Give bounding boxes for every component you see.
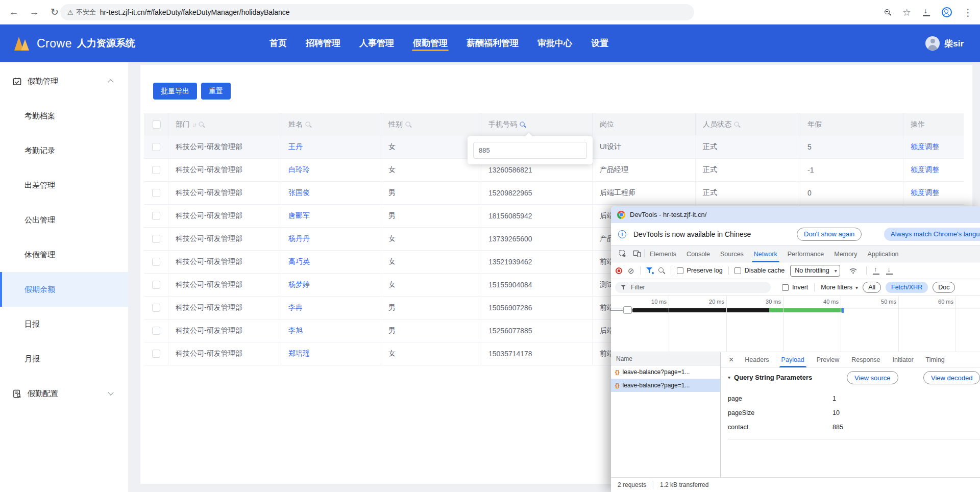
row-checkbox[interactable] xyxy=(152,212,160,220)
name-link[interactable]: 杨梦婷 xyxy=(288,280,310,289)
view-source-button[interactable]: View source xyxy=(847,371,898,384)
row-checkbox[interactable] xyxy=(152,143,160,151)
row-checkbox[interactable] xyxy=(152,189,160,197)
row-checkbox[interactable] xyxy=(152,350,160,358)
name-link[interactable]: 王丹 xyxy=(288,142,303,152)
nav-item-6[interactable]: 设置 xyxy=(591,24,608,62)
nav-item-5[interactable]: 审批中心 xyxy=(537,24,572,62)
devtools-tab-network[interactable]: Network xyxy=(749,245,782,262)
network-conditions-icon[interactable] xyxy=(849,267,857,274)
quota-adjust-link[interactable]: 额度调整 xyxy=(911,188,939,198)
disable-cache-checkbox[interactable]: Disable cache xyxy=(734,267,785,274)
sidebar-item-5[interactable]: 假期余额 xyxy=(0,272,128,307)
dont-show-again-button[interactable]: Don't show again xyxy=(797,228,862,241)
detail-tab-payload[interactable]: Payload xyxy=(775,352,811,367)
column-header-4[interactable]: 手机号码 xyxy=(481,113,593,136)
column-search-icon[interactable] xyxy=(520,121,526,128)
column-header-1[interactable]: 部门↓↑ xyxy=(168,113,281,136)
header-checkbox[interactable] xyxy=(153,120,161,129)
name-link[interactable]: 张国俊 xyxy=(288,188,310,198)
always-match-language-button[interactable]: Always match Chrome's language xyxy=(884,228,980,241)
sidebar-item-2[interactable]: 出差管理 xyxy=(0,168,128,203)
overview-drag-handle[interactable] xyxy=(623,306,632,314)
sidebar-item-0[interactable]: 考勤档案 xyxy=(0,99,128,133)
devtools-tab-sources[interactable]: Sources xyxy=(715,245,749,262)
devtools-tab-memory[interactable]: Memory xyxy=(829,245,862,262)
zoom-out-icon[interactable] xyxy=(885,9,891,16)
invert-checkbox[interactable]: Invert xyxy=(782,284,808,291)
row-checkbox[interactable] xyxy=(152,235,160,243)
nav-item-4[interactable]: 薪酬福利管理 xyxy=(467,24,519,62)
detail-tab-initiator[interactable]: Initiator xyxy=(887,352,920,367)
reset-button[interactable]: 重置 xyxy=(201,83,231,100)
sidebar-item-6[interactable]: 日报 xyxy=(0,307,128,341)
detail-tab-headers[interactable]: Headers xyxy=(739,352,775,367)
request-row-0[interactable]: {}leave-balance?page=1... xyxy=(611,365,720,379)
name-link[interactable]: 唐郦军 xyxy=(288,211,310,220)
column-header-3[interactable]: 性别 xyxy=(381,113,481,136)
user-menu[interactable]: 柴sir xyxy=(925,24,964,62)
devtools-tab-application[interactable]: Application xyxy=(862,245,903,262)
detail-tab-timing[interactable]: Timing xyxy=(920,352,951,367)
name-link[interactable]: 李冉 xyxy=(288,303,303,312)
clear-network-icon[interactable]: ⊘ xyxy=(628,267,634,275)
name-link[interactable]: 杨丹丹 xyxy=(288,234,310,243)
download-icon[interactable]: ↓ xyxy=(922,8,930,16)
sidebar-item-4[interactable]: 休假管理 xyxy=(0,237,128,272)
devtools-tab-console[interactable]: Console xyxy=(681,245,715,262)
request-list-header[interactable]: Name xyxy=(611,352,720,365)
filter-toggle-icon[interactable] xyxy=(646,267,653,274)
devtools-tab-elements[interactable]: Elements xyxy=(645,245,681,262)
quota-adjust-link[interactable]: 额度调整 xyxy=(911,142,939,152)
sidebar-item-1[interactable]: 考勤记录 xyxy=(0,133,128,168)
security-badge[interactable]: ⚠ 不安全 xyxy=(67,8,96,17)
browser-menu-icon[interactable]: ⋮ xyxy=(963,7,973,18)
nav-item-1[interactable]: 招聘管理 xyxy=(306,24,340,62)
column-search-icon[interactable] xyxy=(406,121,412,128)
row-checkbox[interactable] xyxy=(152,304,160,312)
browser-back-icon[interactable]: ← xyxy=(5,7,22,18)
request-row-1[interactable]: {}leave-balance?page=1... xyxy=(611,379,720,392)
preserve-log-checkbox[interactable]: Preserve log xyxy=(677,267,723,274)
detail-tab-preview[interactable]: Preview xyxy=(811,352,845,367)
export-har-icon[interactable]: ↓ xyxy=(886,267,893,275)
column-search-icon[interactable] xyxy=(306,121,312,128)
inspect-element-icon[interactable] xyxy=(619,250,627,258)
detail-tab-response[interactable]: Response xyxy=(845,352,886,367)
close-detail-icon[interactable]: × xyxy=(729,355,733,364)
name-link[interactable]: 郑培瑶 xyxy=(288,349,310,358)
network-filter-input[interactable]: Filter xyxy=(615,282,771,293)
row-checkbox[interactable] xyxy=(152,166,160,174)
throttling-select[interactable]: No throttling xyxy=(790,265,840,277)
filter-pill-fetchxhr[interactable]: Fetch/XHR xyxy=(886,282,928,293)
column-search-icon[interactable] xyxy=(199,121,205,128)
column-search-icon[interactable] xyxy=(734,121,741,128)
browser-profile-icon[interactable] xyxy=(942,7,952,17)
network-search-icon[interactable] xyxy=(658,267,665,274)
row-checkbox[interactable] xyxy=(152,327,160,335)
name-link[interactable]: 高巧英 xyxy=(288,257,310,266)
sidebar-item-3[interactable]: 公出管理 xyxy=(0,203,128,237)
sidebar-group-attendance[interactable]: 假勤管理 xyxy=(0,64,128,99)
browser-forward-icon[interactable]: → xyxy=(26,7,43,18)
nav-item-2[interactable]: 人事管理 xyxy=(359,24,394,62)
column-header-6[interactable]: 人员状态 xyxy=(696,113,800,136)
filter-pill-all[interactable]: All xyxy=(863,282,881,293)
devtools-titlebar[interactable]: DevTools - hr-test.zjf-it.cn/ xyxy=(611,206,980,223)
nav-item-0[interactable]: 首页 xyxy=(270,24,287,62)
row-checkbox[interactable] xyxy=(152,281,160,289)
row-checkbox[interactable] xyxy=(152,258,160,266)
bookmark-star-icon[interactable]: ☆ xyxy=(902,7,911,18)
network-overview-timeline[interactable]: 10 ms20 ms30 ms40 ms50 ms60 ms xyxy=(611,296,980,352)
phone-filter-input[interactable] xyxy=(473,142,587,159)
batch-export-button[interactable]: 批量导出 xyxy=(153,83,197,100)
sidebar-item-7[interactable]: 月报 xyxy=(0,341,128,376)
address-bar[interactable]: ⚠ 不安全 hr-test.zjf-it.cn/#/fakeDuty/fakeD… xyxy=(60,4,694,20)
import-har-icon[interactable]: ↑ xyxy=(872,267,880,275)
sort-icon[interactable]: ↓↑ xyxy=(192,121,196,128)
more-filters-button[interactable]: More filters▾ xyxy=(821,284,858,291)
device-toolbar-icon[interactable] xyxy=(633,250,641,257)
quota-adjust-link[interactable]: 额度调整 xyxy=(911,165,939,175)
nav-item-3[interactable]: 假勤管理 xyxy=(413,24,448,62)
name-link[interactable]: 白玲玲 xyxy=(288,165,310,175)
